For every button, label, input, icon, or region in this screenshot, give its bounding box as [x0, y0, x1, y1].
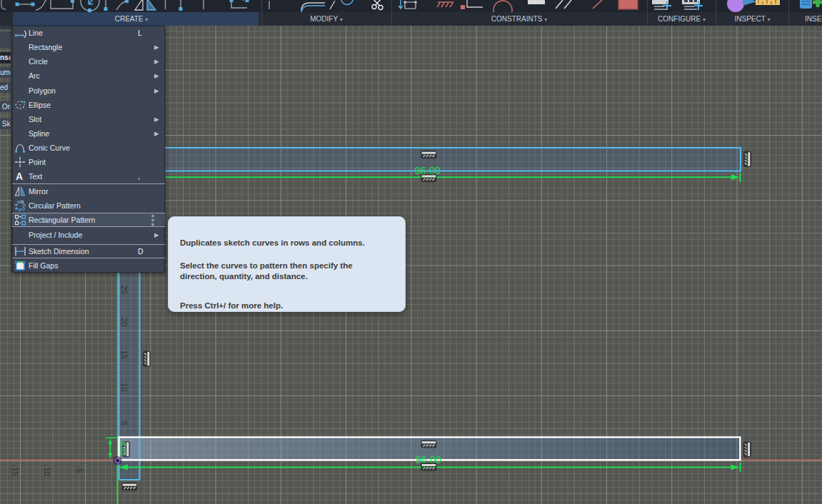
- svg-text:5: 5: [120, 420, 129, 425]
- svg-text:15: 15: [120, 351, 129, 359]
- svg-text:20: 20: [120, 318, 129, 326]
- svg-text:8.50: 8.50: [119, 441, 126, 455]
- svg-text:10: 10: [120, 383, 129, 391]
- svg-text:A: A: [16, 171, 23, 182]
- svg-text:25: 25: [120, 285, 129, 293]
- svg-text:-5: -5: [75, 466, 84, 473]
- svg-text:-10: -10: [43, 465, 51, 476]
- svg-text:-15: -15: [11, 465, 19, 476]
